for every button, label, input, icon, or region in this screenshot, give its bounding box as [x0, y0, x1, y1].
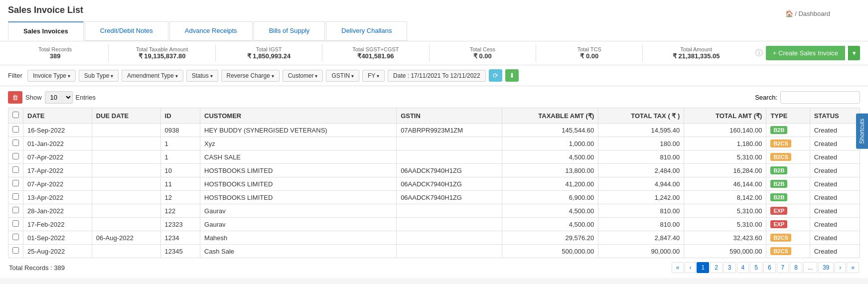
- reverse-charge-filter[interactable]: Reverse Charge: [221, 70, 280, 82]
- sub-type-filter[interactable]: Sub Type: [79, 70, 119, 82]
- col-id: ID: [160, 108, 200, 124]
- row-checkbox-cell[interactable]: [8, 177, 23, 191]
- type-badge: EXP: [770, 220, 787, 228]
- content-area: 🗑 Show 10 25 50 100 Entries Search: DAT: [0, 86, 868, 278]
- pagination-page-39[interactable]: 39: [818, 262, 834, 273]
- col-taxable-amt: TAXABLE AMT (₹): [502, 108, 598, 124]
- tab-credit-debit-notes[interactable]: Credit/Debit Notes: [85, 21, 168, 41]
- summary-taxable-amount: Total Taxable Amount ₹ 19,135,837.80: [109, 44, 215, 62]
- pagination-prev[interactable]: ‹: [685, 262, 696, 273]
- row-checkbox[interactable]: [12, 166, 19, 173]
- fy-filter[interactable]: FY: [362, 70, 385, 82]
- row-due-date: [92, 191, 160, 204]
- row-total-tax: 90,000.00: [598, 245, 684, 258]
- table-row: 28-Jan-2022 122 Gaurav 4,500.00 810.00 5…: [8, 204, 860, 218]
- create-sales-invoice-button[interactable]: + Create Sales Invoice: [766, 46, 845, 60]
- pagination-page-4[interactable]: 4: [737, 262, 749, 273]
- pagination-page-5[interactable]: 5: [750, 262, 762, 273]
- amendment-type-filter[interactable]: Amendment Type: [122, 70, 183, 82]
- row-checkbox-cell[interactable]: [8, 137, 23, 150]
- select-all-header[interactable]: [8, 108, 23, 124]
- row-gstin: [397, 245, 502, 258]
- row-taxable-amt: 145,544.60: [502, 124, 598, 137]
- row-checkbox[interactable]: [12, 180, 19, 186]
- type-badge: B2B: [770, 166, 787, 174]
- row-status: Created: [810, 150, 860, 164]
- pagination-page-7[interactable]: 7: [777, 262, 789, 273]
- row-checkbox-cell[interactable]: [8, 191, 23, 204]
- gstin-filter[interactable]: GSTIN: [326, 70, 359, 82]
- row-checkbox[interactable]: [12, 247, 19, 254]
- row-checkbox[interactable]: [12, 126, 19, 133]
- col-customer: CUSTOMER: [200, 108, 397, 124]
- row-id: 1: [160, 150, 200, 164]
- row-checkbox[interactable]: [12, 153, 19, 159]
- row-checkbox-cell[interactable]: [8, 231, 23, 245]
- shortcuts-tab[interactable]: Shortcuts: [856, 114, 868, 149]
- customer-filter[interactable]: Customer: [283, 70, 323, 82]
- create-sales-invoice-dropdown-button[interactable]: ▾: [848, 46, 860, 60]
- status-filter[interactable]: Status: [186, 70, 218, 82]
- delete-button[interactable]: 🗑: [8, 91, 22, 104]
- info-icon[interactable]: ⓘ: [755, 48, 763, 58]
- search-input[interactable]: [780, 91, 860, 104]
- select-all-checkbox[interactable]: [12, 112, 19, 118]
- tab-advance-receipts[interactable]: Advance Receipts: [169, 21, 253, 41]
- table-row: 16-Sep-2022 0938 HEY BUDDY (SYNERGISED V…: [8, 124, 860, 137]
- row-status: Created: [810, 245, 860, 258]
- table-controls: 🗑 Show 10 25 50 100 Entries Search:: [8, 91, 860, 104]
- tab-bills-of-supply[interactable]: Bills of Supply: [254, 21, 325, 41]
- row-taxable-amt: 500,000.00: [502, 245, 598, 258]
- breadcrumb-home: 🏠: [785, 10, 793, 17]
- col-due-date: DUE DATE: [92, 108, 160, 124]
- tab-delivery-challans[interactable]: Delivery Challans: [326, 21, 407, 41]
- row-due-date: [92, 124, 160, 137]
- filter-bar: Filter Invoice Type Sub Type Amendment T…: [0, 65, 868, 86]
- pagination-last[interactable]: »: [847, 262, 859, 273]
- table-controls-left: 🗑 Show 10 25 50 100 Entries: [8, 91, 96, 104]
- row-checkbox[interactable]: [12, 207, 19, 213]
- summary-total-records: Total Records 389: [8, 44, 109, 62]
- row-total-amt: 160,140.00: [684, 124, 766, 137]
- pagination-page-6[interactable]: 6: [763, 262, 776, 273]
- row-date: 01-Jan-2022: [23, 137, 92, 150]
- row-date: 28-Jan-2022: [23, 204, 92, 218]
- pagination-page-2[interactable]: 2: [710, 262, 723, 273]
- type-badge: EXP: [770, 207, 787, 215]
- row-gstin: [397, 137, 502, 150]
- row-checkbox-cell[interactable]: [8, 124, 23, 137]
- row-checkbox-cell[interactable]: [8, 150, 23, 164]
- tab-sales-invoices[interactable]: Sales Invoices: [8, 21, 84, 41]
- row-checkbox-cell[interactable]: [8, 218, 23, 231]
- download-button[interactable]: ⬇: [505, 69, 519, 82]
- pagination-page-1[interactable]: 1: [697, 262, 709, 273]
- refresh-button[interactable]: ⟳: [489, 69, 502, 82]
- row-checkbox-cell[interactable]: [8, 245, 23, 258]
- row-taxable-amt: 6,900.00: [502, 191, 598, 204]
- row-checkbox[interactable]: [12, 140, 19, 146]
- pagination-page-8[interactable]: 8: [790, 262, 802, 273]
- row-type: B2B: [766, 124, 810, 137]
- entries-select[interactable]: 10 25 50 100: [45, 91, 73, 104]
- row-date: 17-Apr-2022: [23, 164, 92, 177]
- type-badge: B2B: [770, 180, 787, 188]
- pagination-next[interactable]: ›: [835, 262, 846, 273]
- row-taxable-amt: 4,500.00: [502, 218, 598, 231]
- pagination-page-3[interactable]: 3: [723, 262, 736, 273]
- row-checkbox-cell[interactable]: [8, 204, 23, 218]
- invoice-type-filter[interactable]: Invoice Type: [27, 70, 76, 82]
- row-due-date: [92, 150, 160, 164]
- row-checkbox[interactable]: [12, 220, 19, 227]
- summary-igst: Total IGST ₹ 1,850,993.24: [216, 44, 322, 62]
- row-checkbox[interactable]: [12, 234, 19, 240]
- row-due-date: [92, 204, 160, 218]
- row-gstin: [397, 231, 502, 245]
- date-range-filter[interactable]: Date : 17/11/2021 To 12/11/2022: [388, 70, 486, 82]
- row-total-amt: 46,144.00: [684, 177, 766, 191]
- pagination-first[interactable]: «: [672, 262, 684, 273]
- row-total-amt: 5,310.00: [684, 150, 766, 164]
- row-checkbox[interactable]: [12, 193, 19, 200]
- pagination-ellipsis: ...: [803, 262, 817, 273]
- summary-bar: Total Records 389 Total Taxable Amount ₹…: [0, 41, 868, 65]
- row-checkbox-cell[interactable]: [8, 164, 23, 177]
